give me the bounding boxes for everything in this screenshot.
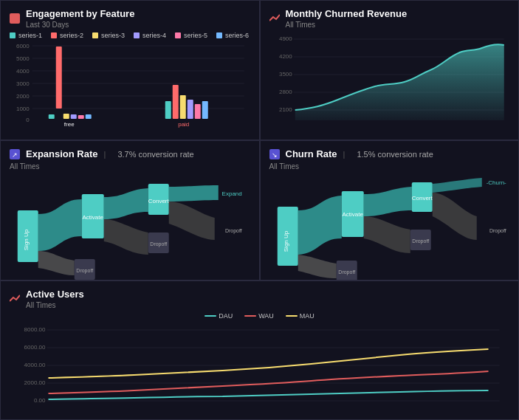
engagement-title: Engagement by Feature <box>26 8 134 19</box>
svg-text:Expand: Expand <box>222 190 242 197</box>
svg-rect-20 <box>173 85 179 119</box>
svg-text:Sign Up: Sign Up <box>282 230 289 252</box>
svg-text:4900: 4900 <box>278 35 292 42</box>
monthly-churned-subtitle: All Times <box>286 21 408 29</box>
active-users-icon <box>10 294 20 304</box>
svg-rect-25 <box>202 101 208 119</box>
svg-text:6000: 6000 <box>16 43 30 49</box>
svg-text:4000: 4000 <box>16 68 30 75</box>
active-users-chart: 8000.00 6000.00 4000.00 2000.00 0.00 <box>10 323 509 420</box>
svg-text:5000: 5000 <box>16 55 30 62</box>
expansion-sankey: Sign Up Activate Convert Expand Dropoff … <box>10 173 250 280</box>
svg-text:Dropoff: Dropoff <box>412 238 429 244</box>
monthly-churned-panel: Monthly Churned Revenue All Times 4900 4… <box>260 0 520 140</box>
active-users-title: Active Users <box>26 289 84 300</box>
svg-text:2000.00: 2000.00 <box>24 379 46 386</box>
churn-conversion: 1.5% conversion rate <box>357 150 433 159</box>
svg-text:Dropoff: Dropoff <box>76 268 93 274</box>
svg-text:Activate: Activate <box>83 214 104 221</box>
svg-text:3500: 3500 <box>278 71 292 78</box>
svg-text:Activate: Activate <box>342 211 363 218</box>
svg-rect-17 <box>78 115 84 119</box>
svg-text:Dropoff: Dropoff <box>225 228 242 234</box>
legend-series3: series-3 <box>92 32 125 39</box>
svg-rect-15 <box>63 114 69 119</box>
svg-text:-Churn-: -Churn- <box>486 179 506 186</box>
bar-chart-icon <box>10 13 20 24</box>
svg-text:2100: 2100 <box>278 106 292 113</box>
monthly-churned-title: Monthly Churned Revenue <box>286 8 408 19</box>
active-users-panel: Active Users All Times DAU WAU MAU 8000.… <box>0 280 519 420</box>
expansion-icon: ↗ <box>10 149 20 159</box>
legend-series5: series-5 <box>175 32 207 39</box>
svg-text:8000.00: 8000.00 <box>24 326 46 333</box>
svg-text:2000: 2000 <box>16 93 30 100</box>
svg-text:Convert: Convert <box>148 198 170 204</box>
expansion-conversion: 3.7% conversion rate <box>117 150 193 159</box>
svg-text:0.00: 0.00 <box>34 397 46 404</box>
line-chart-icon <box>269 13 280 24</box>
svg-text:Sign Up: Sign Up <box>23 229 30 250</box>
legend-dau: DAU <box>204 312 233 320</box>
svg-text:Dropoff: Dropoff <box>489 228 506 234</box>
expansion-subtitle: All Times <box>10 162 250 171</box>
dashboard: Engagement by Feature Last 30 Days serie… <box>0 0 519 420</box>
engagement-header: Engagement by Feature Last 30 Days <box>10 8 250 29</box>
legend-series1: series-1 <box>10 32 42 39</box>
svg-rect-13 <box>56 47 62 109</box>
svg-text:0: 0 <box>26 117 30 123</box>
churn-rate-panel: ↘ Churn Rate | 1.5% conversion rate All … <box>260 140 520 280</box>
svg-text:4000.00: 4000.00 <box>24 362 46 368</box>
svg-text:Dropoff: Dropoff <box>338 269 355 275</box>
churn-title: Churn Rate <box>286 148 337 159</box>
svg-text:free: free <box>64 121 75 128</box>
expansion-title: Expansion Rate <box>26 148 98 159</box>
svg-rect-23 <box>188 100 193 119</box>
svg-rect-24 <box>195 104 201 119</box>
svg-text:2800: 2800 <box>278 89 292 95</box>
engagement-panel: Engagement by Feature Last 30 Days serie… <box>0 0 260 140</box>
svg-rect-18 <box>86 114 92 119</box>
svg-rect-14 <box>49 114 55 119</box>
svg-text:Dropoff: Dropoff <box>150 241 167 247</box>
svg-text:↗: ↗ <box>12 151 18 159</box>
active-users-legend: DAU WAU MAU <box>10 312 509 320</box>
svg-text:4200: 4200 <box>278 53 292 60</box>
svg-rect-22 <box>180 95 186 119</box>
legend-wau: WAU <box>244 312 274 320</box>
svg-rect-16 <box>71 114 77 119</box>
legend-series2: series-2 <box>51 32 83 39</box>
expansion-rate-panel: ↗ Expansion Rate | 3.7% conversion rate … <box>0 140 260 280</box>
engagement-chart: 6000 5000 4000 3000 2000 1000 0 free <box>10 42 250 131</box>
svg-text:Convert: Convert <box>411 195 433 202</box>
svg-text:1000: 1000 <box>16 106 30 112</box>
churn-sankey: Sign Up Activate Convert -Churn- Dropoff… <box>269 173 510 280</box>
svg-rect-21 <box>165 101 171 119</box>
svg-text:6000.00: 6000.00 <box>24 344 46 351</box>
svg-text:paid: paid <box>178 121 189 128</box>
active-users-subtitle: All Times <box>26 301 84 309</box>
churn-icon: ↘ <box>269 149 280 159</box>
monthly-churned-chart: 4900 4200 3500 2800 2100 <box>269 32 510 140</box>
active-users-header: Active Users All Times <box>10 289 509 309</box>
churn-subtitle: All Times <box>269 162 510 171</box>
svg-text:3000: 3000 <box>16 80 30 87</box>
monthly-churned-header: Monthly Churned Revenue All Times <box>269 8 510 29</box>
legend-series4: series-4 <box>134 32 166 39</box>
engagement-legend: series-1 series-2 series-3 series-4 seri… <box>10 32 250 39</box>
svg-text:↘: ↘ <box>272 151 278 159</box>
legend-mau: MAU <box>286 312 315 320</box>
legend-series6: series-6 <box>216 32 249 39</box>
engagement-subtitle: Last 30 Days <box>26 21 134 29</box>
